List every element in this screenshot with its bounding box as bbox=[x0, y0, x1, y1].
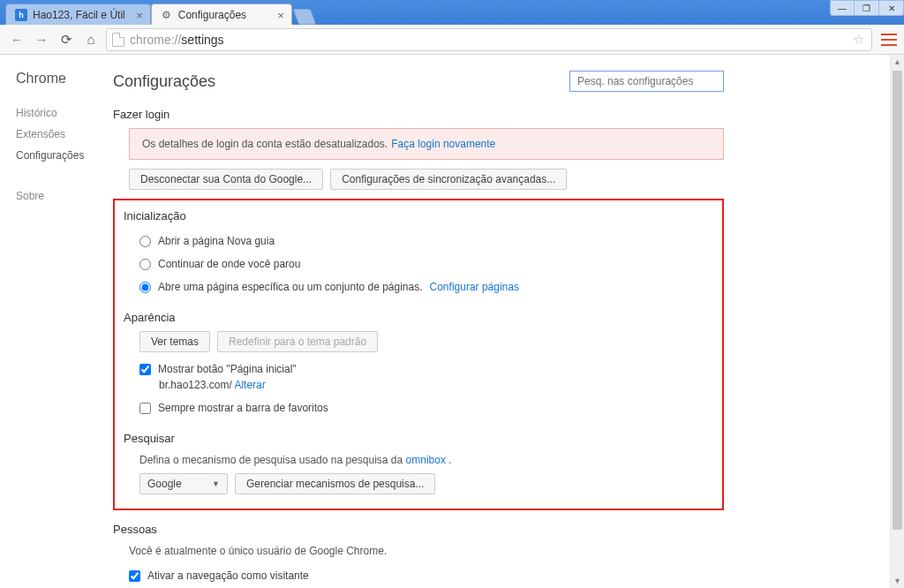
startup-continue-option[interactable]: Continuar de onde você parou bbox=[139, 253, 713, 275]
scroll-down-arrow-icon[interactable]: ▼ bbox=[891, 574, 904, 588]
section-people-heading: Pessoas bbox=[113, 523, 724, 536]
search-engine-select[interactable]: Google ▼ bbox=[139, 473, 228, 494]
show-bookmarks-label: Sempre mostrar a barra de favoritos bbox=[158, 402, 328, 414]
page-title: Configurações bbox=[113, 72, 215, 91]
advanced-sync-button[interactable]: Configurações de sincronização avançadas… bbox=[330, 169, 567, 190]
startup-newtab-label: Abrir a página Nova guia bbox=[158, 235, 275, 247]
change-home-link[interactable]: Alterar bbox=[234, 379, 265, 391]
section-appearance-heading: Aparência bbox=[124, 311, 713, 324]
window-controls: — ❐ ✕ bbox=[830, 0, 904, 16]
minimize-button[interactable]: — bbox=[830, 0, 855, 16]
home-button[interactable]: ⌂ bbox=[81, 30, 101, 49]
settings-page: Chrome Histórico Extensões Configurações… bbox=[0, 55, 904, 588]
sidebar-item-about[interactable]: Sobre bbox=[16, 185, 106, 207]
manage-search-engines-button[interactable]: Gerenciar mecanismos de pesquisa... bbox=[235, 473, 435, 494]
hao123-favicon: h bbox=[15, 9, 27, 21]
tab-settings[interactable]: ⚙ Configurações × bbox=[151, 4, 292, 25]
configure-pages-link[interactable]: Configurar páginas bbox=[430, 281, 519, 293]
tab-title: Configurações bbox=[178, 9, 246, 21]
guest-browsing-checkbox[interactable] bbox=[129, 570, 140, 582]
disconnect-google-button[interactable]: Desconectar sua Conta do Google... bbox=[129, 169, 323, 190]
show-home-button-option[interactable]: Mostrar botão "Página inicial" bbox=[139, 358, 713, 381]
address-text: chrome://settings bbox=[130, 33, 224, 47]
startup-continue-radio[interactable] bbox=[139, 259, 151, 270]
scroll-thumb[interactable] bbox=[893, 71, 902, 530]
login-notice-text: Os detalhes de login da conta estão desa… bbox=[142, 138, 388, 150]
menu-button[interactable] bbox=[881, 34, 897, 46]
close-tab-icon[interactable]: × bbox=[136, 9, 143, 22]
tab-hao123[interactable]: h Hao123, Fácil e Útil × bbox=[5, 4, 151, 25]
settings-sidebar: Chrome Histórico Extensões Configurações… bbox=[0, 55, 106, 588]
people-description: Você é atualmente o único usuário de Goo… bbox=[129, 543, 724, 564]
view-themes-button[interactable]: Ver temas bbox=[139, 331, 210, 352]
sidebar-item-settings[interactable]: Configurações bbox=[16, 145, 106, 166]
chevron-down-icon: ▼ bbox=[212, 479, 220, 488]
maximize-button[interactable]: ❐ bbox=[855, 0, 879, 16]
sidebar-title: Chrome bbox=[16, 71, 106, 87]
show-home-checkbox[interactable] bbox=[139, 364, 151, 375]
gear-icon: ⚙ bbox=[161, 9, 173, 21]
guest-browsing-option[interactable]: Ativar a navegação como visitante bbox=[129, 564, 724, 587]
show-bookmarks-checkbox[interactable] bbox=[139, 403, 151, 414]
search-engine-value: Google bbox=[147, 478, 182, 490]
highlighted-sections: Inicialização Abrir a página Nova guia C… bbox=[113, 199, 724, 510]
startup-specific-label: Abre uma página específica ou um conjunt… bbox=[158, 281, 423, 293]
search-settings-input[interactable] bbox=[569, 71, 724, 92]
close-tab-icon[interactable]: × bbox=[277, 9, 284, 22]
omnibox-link[interactable]: omnibox bbox=[406, 454, 446, 466]
content-header: Configurações bbox=[113, 71, 724, 92]
reload-button[interactable]: ⟳ bbox=[56, 30, 76, 49]
browser-toolbar: ← → ⟳ ⌂ chrome://settings ☆ bbox=[0, 25, 904, 55]
back-button[interactable]: ← bbox=[7, 30, 26, 49]
startup-newtab-option[interactable]: Abrir a página Nova guia bbox=[139, 230, 713, 253]
sidebar-item-history[interactable]: Histórico bbox=[16, 102, 106, 124]
home-url-text: br.hao123.com/ bbox=[159, 379, 232, 391]
close-window-button[interactable]: ✕ bbox=[879, 0, 904, 16]
guest-browsing-label: Ativar a navegação como visitante bbox=[147, 569, 309, 582]
section-startup-heading: Inicialização bbox=[124, 209, 713, 222]
search-description: Defina o mecanismo de pesquisa usado na … bbox=[139, 452, 713, 473]
address-bar[interactable]: chrome://settings ☆ bbox=[106, 28, 872, 51]
startup-specific-radio[interactable] bbox=[139, 282, 151, 293]
vertical-scrollbar[interactable]: ▲ ▼ bbox=[890, 55, 904, 588]
section-search-heading: Pesquisar bbox=[124, 432, 713, 445]
login-again-link[interactable]: Faça login novamente bbox=[391, 138, 495, 150]
sidebar-item-extensions[interactable]: Extensões bbox=[16, 124, 106, 145]
home-url-line: br.hao123.com/ Alterar bbox=[139, 379, 713, 391]
show-bookmarks-bar-option[interactable]: Sempre mostrar a barra de favoritos bbox=[139, 396, 713, 419]
login-notice: Os detalhes de login da conta estão desa… bbox=[129, 128, 724, 160]
startup-continue-label: Continuar de onde você parou bbox=[158, 258, 300, 270]
reset-theme-button: Redefinir para o tema padrão bbox=[217, 331, 378, 352]
show-home-label: Mostrar botão "Página inicial" bbox=[158, 363, 297, 375]
window-titlebar: h Hao123, Fácil e Útil × ⚙ Configurações… bbox=[0, 0, 904, 25]
forward-button[interactable]: → bbox=[32, 30, 51, 49]
settings-content: Configurações Fazer login Os detalhes de… bbox=[106, 55, 759, 588]
section-login-heading: Fazer login bbox=[113, 108, 724, 121]
new-tab-button[interactable] bbox=[292, 9, 316, 25]
tab-title: Hao123, Fácil e Útil bbox=[33, 9, 125, 21]
scroll-up-arrow-icon[interactable]: ▲ bbox=[891, 55, 904, 69]
page-icon bbox=[112, 33, 124, 47]
startup-newtab-radio[interactable] bbox=[139, 236, 151, 247]
startup-specific-option[interactable]: Abre uma página específica ou um conjunt… bbox=[139, 275, 713, 298]
bookmark-star-icon[interactable]: ☆ bbox=[853, 32, 864, 48]
tab-strip: h Hao123, Fácil e Útil × ⚙ Configurações… bbox=[0, 0, 313, 25]
